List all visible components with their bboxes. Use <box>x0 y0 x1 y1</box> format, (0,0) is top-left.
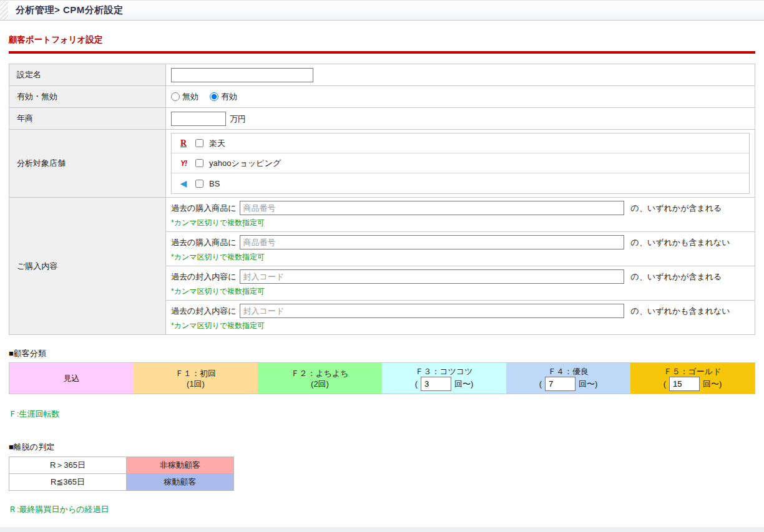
purchase-cond-1-input[interactable] <box>240 201 624 215</box>
purchase-cond-3-input[interactable] <box>240 269 624 284</box>
status-radio-disabled[interactable] <box>171 92 180 101</box>
store-checkbox-bs[interactable] <box>195 180 203 188</box>
churn-condition-active: R≦365日 <box>9 474 127 491</box>
purchase-cond-1-prefix: 過去の購入商品に <box>171 203 237 214</box>
churn-row-inactive: R＞365日 非稼動顧客 <box>9 457 234 474</box>
store-label-rakuten: 楽天 <box>209 138 225 149</box>
churn-result-active: 稼動顧客 <box>127 474 234 491</box>
store-row-bs: ◀ BS <box>172 173 749 193</box>
purchase-cond-3-suffix: の、いずれかが含まれる <box>631 271 722 283</box>
class-cell-f3-title: Ｆ３：コツコツ <box>415 366 473 377</box>
class-cell-f5-title: Ｆ５：ゴールド <box>664 366 722 377</box>
bs-icon: ◀ <box>177 178 190 188</box>
status-radio-enabled[interactable] <box>210 92 218 101</box>
section-title: 顧客ポートフォリオ設定 <box>9 34 755 46</box>
status-row: 有効・無効 無効 有効 <box>9 86 755 108</box>
purchase-cond-1-note: *カンマ区切りで複数指定可 <box>171 218 750 228</box>
purchase-cond-2-suffix: の、いずれかも含まれない <box>631 237 730 248</box>
purchase-cond-3-prefix: 過去の封入内容に <box>171 271 237 283</box>
class-cell-f1-title: Ｆ１：初回 <box>175 368 216 379</box>
status-option-disabled[interactable]: 無効 <box>171 91 198 102</box>
f3-threshold-input[interactable] <box>421 377 451 391</box>
target-stores-label: 分析対象店舗 <box>9 130 166 198</box>
class-cell-f2-sub: (2回) <box>311 379 329 389</box>
class-cell-prospect-title: 見込 <box>64 373 80 384</box>
purchase-cond-2-input[interactable] <box>240 235 624 249</box>
status-radio-group: 無効 有効 <box>171 91 750 102</box>
footer-action-bar: ‹ CPM分析一覧に戻る この内容で登録する › <box>0 527 764 532</box>
store-row-yahoo: Y! yahooショッピング <box>172 153 749 173</box>
churn-result-inactive: 非稼動顧客 <box>127 457 234 474</box>
store-checkbox-yahoo[interactable] <box>195 159 203 167</box>
status-option-disabled-label: 無効 <box>182 91 198 102</box>
status-option-enabled-label: 有効 <box>221 91 237 102</box>
classification-strip: 見込 Ｆ１：初回 (1回) Ｆ２：よちよち (2回) Ｆ３：コツコツ ( 回〜)… <box>9 362 755 394</box>
store-label-bs: BS <box>209 179 220 188</box>
status-option-enabled[interactable]: 有効 <box>210 91 237 102</box>
class-cell-f4-title: Ｆ４：優良 <box>548 366 589 377</box>
target-stores-row: 分析対象店舗 R 楽天 Y! yahooショッピング ◀ <box>9 130 755 198</box>
purchase-cond-1-suffix: の、いずれかが含まれる <box>631 203 722 214</box>
class-cell-f2-title: Ｆ２：よちよち <box>291 368 348 379</box>
breadcrumb: 分析管理> CPM分析設定 <box>16 4 124 16</box>
annual-sales-input[interactable] <box>171 112 226 126</box>
purchase-cond-2-note: *カンマ区切りで複数指定可 <box>171 252 750 263</box>
portfolio-settings-table: 設定名 有効・無効 無効 有効 年 <box>9 64 755 335</box>
purchase-cond-4-suffix: の、いずれかも含まれない <box>631 306 730 317</box>
purchase-cond-2-prefix: 過去の購入商品に <box>171 237 237 248</box>
store-row-rakuten: R 楽天 <box>172 133 749 153</box>
purchase-cond-4-note: *カンマ区切りで複数指定可 <box>171 321 750 331</box>
stores-list: R 楽天 Y! yahooショッピング ◀ BS <box>171 133 750 194</box>
store-checkbox-rakuten[interactable] <box>195 139 203 147</box>
class-cell-prospect: 見込 <box>9 363 134 394</box>
purchase-content-label: ご購入内容 <box>9 198 166 335</box>
class-cell-f2: Ｆ２：よちよち (2回) <box>258 363 382 394</box>
classification-heading: ■顧客分類 <box>9 348 755 359</box>
yahoo-icon: Y! <box>177 158 190 168</box>
churn-heading: ■離脱の判定 <box>9 442 755 453</box>
purchase-cond-4-input[interactable] <box>240 304 624 318</box>
annual-sales-unit: 万円 <box>230 114 246 123</box>
class-cell-f1-sub: (1回) <box>187 379 205 389</box>
purchase-cond-3-note: *カンマ区切りで複数指定可 <box>171 286 750 297</box>
main-content: 顧客ポートフォリオ設定 設定名 有効・無効 無効 有効 <box>9 34 755 515</box>
annual-sales-row: 年商 万円 <box>9 108 755 130</box>
status-label: 有効・無効 <box>9 86 166 108</box>
annual-sales-label: 年商 <box>9 108 166 130</box>
churn-condition-inactive: R＞365日 <box>9 457 127 474</box>
r-footnote: Ｒ:最終購買日からの経過日 <box>9 504 755 515</box>
setting-name-label: 設定名 <box>9 64 166 86</box>
section-divider <box>9 51 755 54</box>
f-footnote: Ｆ:生涯回転数 <box>9 409 755 420</box>
purchase-cond-4-prefix: 過去の封入内容に <box>171 306 237 317</box>
header-stripe-decoration <box>0 1 8 20</box>
page-header: 分析管理> CPM分析設定 <box>0 0 764 21</box>
setting-name-input[interactable] <box>171 68 313 82</box>
f5-threshold-input[interactable] <box>669 377 700 391</box>
store-label-yahoo: yahooショッピング <box>209 158 281 169</box>
class-cell-f5: Ｆ５：ゴールド ( 回〜) <box>630 363 755 394</box>
rakuten-icon: R <box>177 138 190 148</box>
class-cell-f1: Ｆ１：初回 (1回) <box>134 363 258 394</box>
purchase-condition-row-1: ご購入内容 過去の購入商品に の、いずれかが含まれる *カンマ区切りで複数指定可 <box>9 198 755 232</box>
f4-threshold-input[interactable] <box>545 377 575 391</box>
setting-name-row: 設定名 <box>9 64 755 86</box>
class-cell-f4: Ｆ４：優良 ( 回〜) <box>506 363 630 394</box>
class-cell-f3: Ｆ３：コツコツ ( 回〜) <box>382 363 506 394</box>
churn-row-active: R≦365日 稼動顧客 <box>9 474 234 491</box>
churn-table: R＞365日 非稼動顧客 R≦365日 稼動顧客 <box>9 457 234 491</box>
